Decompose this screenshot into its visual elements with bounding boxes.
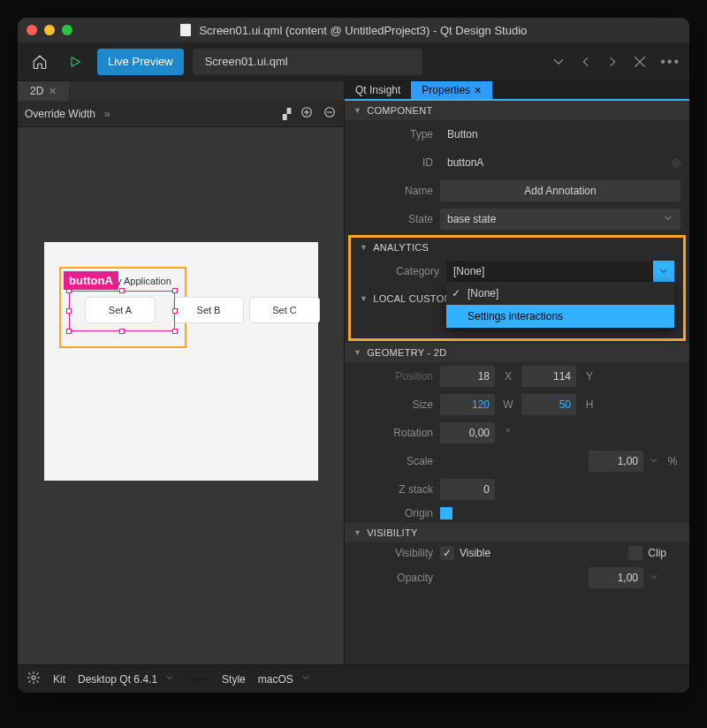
- right-panel: Qt Insight Properties✕ ▼ COMPONENT Type …: [345, 81, 689, 664]
- zstack-label: Z stack: [354, 483, 433, 496]
- style-label: Style: [222, 673, 246, 686]
- canvas-button-c[interactable]: Set C: [249, 297, 320, 323]
- more-menu-icon[interactable]: •••: [660, 54, 680, 70]
- size-h-input[interactable]: 50: [521, 394, 576, 415]
- canvas-area[interactable]: buttonA y Application Set A Set B Set C: [18, 127, 344, 664]
- dropdown-item-settings-interactions[interactable]: Settings interactions: [446, 305, 674, 328]
- breadcrumb-dropdown-icon[interactable]: [551, 54, 566, 70]
- origin-picker[interactable]: [440, 507, 452, 519]
- size-label: Size: [354, 398, 433, 411]
- section-geometry[interactable]: ▼ GEOMETRY - 2D: [345, 343, 689, 362]
- opacity-input[interactable]: 1,00: [589, 567, 643, 588]
- link-icon[interactable]: ◎: [672, 156, 680, 169]
- rotation-input[interactable]: 0,00: [440, 422, 495, 444]
- titlebar: Screen01.ui.qml (content @ UntitledProje…: [18, 18, 689, 42]
- close-icon[interactable]: ✕: [49, 86, 57, 97]
- document-icon: [180, 24, 191, 36]
- right-tabs: Qt Insight Properties✕: [345, 81, 689, 101]
- id-label: ID: [354, 156, 433, 169]
- selected-object-label: buttonA: [64, 271, 118, 290]
- left-tabs: 2D✕: [18, 81, 344, 101]
- minimize-window-icon[interactable]: [44, 25, 55, 35]
- chevron-down-icon: ▼: [354, 528, 361, 537]
- zoom-in-icon[interactable]: [300, 105, 314, 122]
- chevron-down-icon: ▼: [360, 243, 368, 252]
- chevron-down-icon[interactable]: [649, 572, 659, 585]
- window-title: Screen01.ui.qml (content @ UntitledProje…: [18, 24, 689, 37]
- chevron-down-icon: [300, 672, 311, 686]
- add-annotation-button[interactable]: Add Annotation: [440, 180, 680, 201]
- zstack-input[interactable]: 0: [440, 479, 495, 500]
- category-combo[interactable]: [None] [None] Settings interactions: [446, 261, 674, 282]
- state-combo[interactable]: base state: [440, 209, 680, 230]
- visible-text: Visible: [460, 547, 490, 559]
- pos-x-input[interactable]: 18: [440, 366, 495, 387]
- style-combo[interactable]: macOS: [258, 672, 311, 686]
- visible-checkbox[interactable]: ✓: [440, 546, 454, 560]
- live-preview-button[interactable]: Live Preview: [97, 49, 184, 75]
- id-input[interactable]: buttonA: [440, 152, 666, 173]
- design-canvas[interactable]: buttonA y Application Set A Set B Set C: [44, 242, 318, 481]
- pos-y-input[interactable]: 114: [521, 366, 576, 387]
- chevron-down-icon: [164, 672, 175, 686]
- canvas-button-b[interactable]: Set B: [173, 297, 244, 323]
- scale-input[interactable]: 1,00: [589, 451, 643, 472]
- state-label: State: [354, 213, 433, 225]
- close-window-icon[interactable]: [27, 25, 37, 35]
- category-label: Category: [360, 265, 439, 277]
- rotation-label: Rotation: [354, 427, 433, 439]
- section-component[interactable]: ▼ COMPONENT: [345, 101, 689, 120]
- maximize-window-icon[interactable]: [62, 25, 72, 35]
- clip-checkbox[interactable]: [628, 546, 642, 560]
- play-button[interactable]: [62, 49, 88, 75]
- name-label: Name: [354, 185, 433, 197]
- home-button[interactable]: [27, 49, 53, 75]
- main-toolbar: Live Preview Screen01.ui.qml •••: [18, 42, 689, 81]
- nav-forward-icon[interactable]: [605, 55, 620, 69]
- close-icon[interactable]: ✕: [474, 85, 482, 96]
- type-label: Type: [354, 128, 433, 140]
- settings-icon[interactable]: [27, 671, 41, 687]
- size-w-input[interactable]: 120: [440, 394, 495, 415]
- visibility-label: Visibility: [354, 547, 433, 559]
- chevron-down-icon[interactable]: [653, 261, 674, 282]
- override-width-label: Override Width: [25, 108, 95, 120]
- type-value: Button: [440, 124, 680, 145]
- kit-label: Kit: [53, 673, 65, 686]
- origin-label: Origin: [354, 507, 433, 519]
- scale-label: Scale: [354, 455, 433, 467]
- chevron-down-icon: ▼: [354, 106, 361, 115]
- section-analytics[interactable]: ▼ ANALYTICS: [351, 238, 683, 257]
- nav-back-icon[interactable]: [579, 55, 593, 69]
- resize-outline[interactable]: [69, 291, 175, 331]
- chevron-down-icon: ▼: [360, 294, 368, 303]
- statusbar: Kit Desktop Qt 6.4.1 Style macOS: [18, 664, 689, 693]
- svg-point-2: [32, 676, 35, 679]
- left-toolbar: Override Width » ▞: [18, 101, 344, 127]
- chevron-down-icon: ▼: [354, 348, 361, 357]
- kit-combo[interactable]: Desktop Qt 6.4.1: [78, 672, 175, 686]
- zoom-out-icon[interactable]: [323, 105, 337, 122]
- app-caption: y Application: [117, 276, 171, 286]
- left-panel: 2D✕ Override Width » ▞ buttonA y Applica…: [18, 81, 345, 664]
- chevron-right-icon[interactable]: »: [104, 108, 110, 120]
- analytics-highlight: ▼ ANALYTICS Category [None] [None] Setti…: [348, 235, 686, 341]
- tab-properties[interactable]: Properties✕: [411, 81, 492, 99]
- close-document-icon[interactable]: [632, 54, 648, 70]
- opacity-label: Opacity: [354, 572, 433, 584]
- position-label: Position: [354, 370, 433, 383]
- tab-2d[interactable]: 2D✕: [18, 81, 70, 101]
- dropdown-item-none[interactable]: [None]: [446, 282, 674, 305]
- chevron-down-icon[interactable]: [649, 455, 659, 468]
- section-visibility[interactable]: ▼ VISIBILITY: [345, 523, 689, 542]
- breadcrumb[interactable]: Screen01.ui.qml: [193, 49, 422, 75]
- chevron-down-icon: [663, 213, 673, 226]
- properties-panel: ▼ COMPONENT Type Button ID buttonA ◎ Nam…: [345, 101, 689, 664]
- clip-text: Clip: [648, 547, 666, 559]
- tab-qt-insight[interactable]: Qt Insight: [345, 81, 411, 99]
- category-dropdown: [None] Settings interactions: [446, 282, 674, 328]
- snapping-icon[interactable]: ▞: [283, 108, 291, 120]
- app-window: Screen01.ui.qml (content @ UntitledProje…: [18, 18, 689, 693]
